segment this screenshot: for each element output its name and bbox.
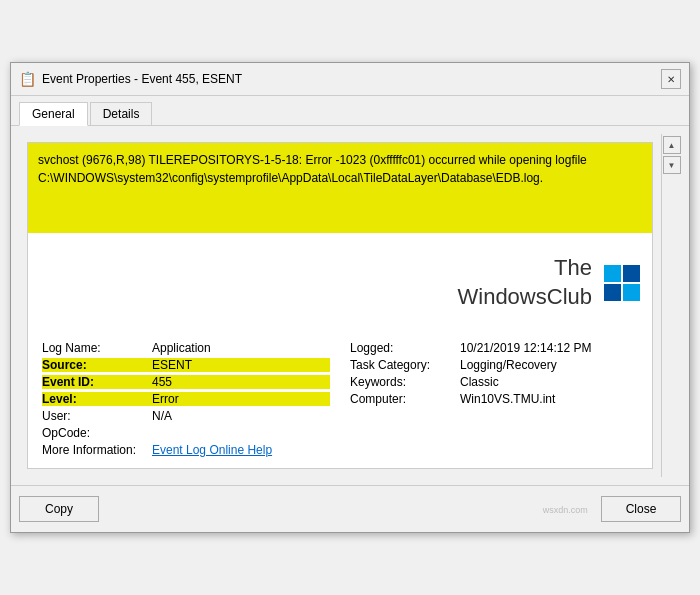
- event-log-online-help-link[interactable]: Event Log Online Help: [152, 443, 272, 457]
- details-left-col: Log Name: Application Source: ESENT Even…: [42, 341, 330, 460]
- value-logged: 10/21/2019 12:14:12 PM: [460, 341, 591, 355]
- content-main: svchost (9676,R,98) TILEREPOSITORYS-1-5-…: [19, 134, 661, 477]
- event-properties-window: 📋 Event Properties - Event 455, ESENT ✕ …: [10, 62, 690, 533]
- label-source: Source:: [42, 358, 152, 372]
- logo-line2: WindowsClub: [458, 284, 593, 309]
- svg-rect-1: [623, 265, 640, 282]
- details-two-col: Log Name: Application Source: ESENT Even…: [42, 341, 638, 460]
- detail-row-logged: Logged: 10/21/2019 12:14:12 PM: [350, 341, 638, 355]
- label-moreinfo: More Information:: [42, 443, 152, 457]
- title-bar-left: 📋 Event Properties - Event 455, ESENT: [19, 71, 242, 87]
- windows-logo-icon: [602, 263, 642, 303]
- value-source: ESENT: [152, 358, 192, 372]
- close-button[interactable]: Close: [601, 496, 681, 522]
- detail-row-user: User: N/A: [42, 409, 330, 423]
- label-level: Level:: [42, 392, 152, 406]
- details-right-col: Logged: 10/21/2019 12:14:12 PM Task Cate…: [350, 341, 638, 460]
- event-content-box: svchost (9676,R,98) TILEREPOSITORYS-1-5-…: [27, 142, 653, 469]
- title-bar: 📋 Event Properties - Event 455, ESENT ✕: [11, 63, 689, 96]
- detail-row-eventid: Event ID: 455: [42, 375, 330, 389]
- svg-rect-3: [623, 284, 640, 301]
- content-area: svchost (9676,R,98) TILEREPOSITORYS-1-5-…: [19, 134, 681, 477]
- label-keywords: Keywords:: [350, 375, 460, 389]
- detail-row-taskcategory: Task Category: Logging/Recovery: [350, 358, 638, 372]
- detail-row-opcode: OpCode:: [42, 426, 330, 440]
- window-title: Event Properties - Event 455, ESENT: [42, 72, 242, 86]
- label-eventid: Event ID:: [42, 375, 152, 389]
- logo-area: The WindowsClub: [28, 233, 652, 333]
- logo-text: The WindowsClub: [458, 254, 593, 311]
- detail-row-keywords: Keywords: Classic: [350, 375, 638, 389]
- watermark: wsxdn.com: [543, 505, 588, 515]
- label-logged: Logged:: [350, 341, 460, 355]
- value-computer: Win10VS.TMU.int: [460, 392, 555, 406]
- value-user: N/A: [152, 409, 172, 423]
- detail-row-computer: Computer: Win10VS.TMU.int: [350, 392, 638, 406]
- event-message: svchost (9676,R,98) TILEREPOSITORYS-1-5-…: [28, 143, 652, 233]
- svg-rect-2: [604, 284, 621, 301]
- detail-row-logname: Log Name: Application: [42, 341, 330, 355]
- logo-content: The WindowsClub: [458, 254, 643, 311]
- detail-row-source: Source: ESENT: [42, 358, 330, 372]
- logo-line1: The: [554, 255, 592, 280]
- svg-rect-0: [604, 265, 621, 282]
- label-user: User:: [42, 409, 152, 423]
- value-taskcategory: Logging/Recovery: [460, 358, 557, 372]
- window-close-button[interactable]: ✕: [661, 69, 681, 89]
- tab-general[interactable]: General: [19, 102, 88, 126]
- scrollbar: ▲ ▼: [661, 134, 681, 477]
- label-taskcategory: Task Category:: [350, 358, 460, 372]
- value-logname: Application: [152, 341, 211, 355]
- copy-button[interactable]: Copy: [19, 496, 99, 522]
- detail-row-moreinfo: More Information: Event Log Online Help: [42, 443, 330, 457]
- scroll-down-button[interactable]: ▼: [663, 156, 681, 174]
- footer: Copy wsxdn.com Close: [11, 485, 689, 532]
- value-level: Error: [152, 392, 179, 406]
- label-computer: Computer:: [350, 392, 460, 406]
- scroll-up-button[interactable]: ▲: [663, 136, 681, 154]
- value-keywords: Classic: [460, 375, 499, 389]
- label-opcode: OpCode:: [42, 426, 152, 440]
- tab-bar: General Details: [11, 96, 689, 126]
- details-section: Log Name: Application Source: ESENT Even…: [28, 333, 652, 468]
- value-eventid: 455: [152, 375, 172, 389]
- tab-details[interactable]: Details: [90, 102, 153, 125]
- label-logname: Log Name:: [42, 341, 152, 355]
- window-icon: 📋: [19, 71, 36, 87]
- detail-row-level: Level: Error: [42, 392, 330, 406]
